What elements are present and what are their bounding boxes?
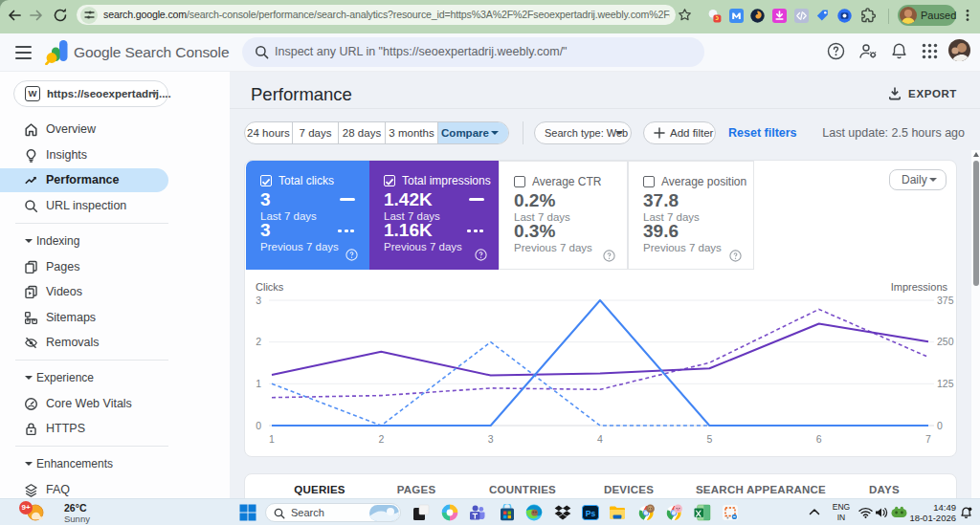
card-average-position[interactable]: Average position 37.8 Last 7 days 39.6 P… xyxy=(628,161,754,270)
compare-tab[interactable]: Compare xyxy=(438,122,508,143)
help-icon[interactable] xyxy=(729,250,742,262)
tab-pages[interactable]: PAGES xyxy=(397,484,436,495)
range-3-months[interactable]: 3 months xyxy=(386,122,438,143)
notifications-bell-icon[interactable] xyxy=(890,42,908,60)
reload-icon[interactable] xyxy=(52,7,69,24)
tab-queries[interactable]: QUERIES xyxy=(294,484,345,495)
add-filter-button[interactable]: Add filter xyxy=(643,121,716,144)
checkbox-checked-icon[interactable] xyxy=(260,175,272,186)
search-highlight-image[interactable] xyxy=(369,505,399,521)
sidebar-section-indexing[interactable]: Indexing xyxy=(0,230,168,252)
copilot-icon[interactable] xyxy=(441,504,458,521)
dropbox-icon[interactable] xyxy=(554,504,571,521)
chrome-profile1-icon[interactable] xyxy=(638,504,656,521)
sidebar-section-experience[interactable]: Experience xyxy=(0,367,168,388)
checkbox-unchecked-icon[interactable] xyxy=(643,176,655,187)
extension-lens-icon[interactable] xyxy=(837,9,852,23)
extensions-puzzle-icon[interactable] xyxy=(859,8,876,24)
granularity-select[interactable]: Daily xyxy=(889,169,947,190)
section-label: Experience xyxy=(36,367,94,388)
profile-chip[interactable]: Paused xyxy=(898,5,956,26)
page-scrollbar[interactable] xyxy=(971,150,980,498)
tab-search-appearance[interactable]: SEARCH APPEARANCE xyxy=(696,484,826,495)
language-indicator[interactable]: ENGIN xyxy=(829,502,854,523)
extension-code-icon[interactable] xyxy=(794,9,809,23)
menu-hamburger-icon[interactable] xyxy=(15,46,32,59)
last-update-text: Last update: 2.5 hours ago xyxy=(822,121,965,144)
back-icon[interactable] xyxy=(6,7,23,24)
sidebar-item-https[interactable]: HTTPS xyxy=(0,417,168,441)
range-7-days[interactable]: 7 days xyxy=(293,122,339,143)
photoshop-icon[interactable]: Ps xyxy=(582,504,599,521)
checkbox-checked-icon[interactable] xyxy=(384,175,395,186)
chevron-down-icon xyxy=(491,131,499,135)
core-web-vitals-gauge-icon xyxy=(24,397,38,411)
card-total-clicks[interactable]: Total clicks 3 Last 7 days 3 Previous 7 … xyxy=(246,161,369,270)
tray-chevron-icon[interactable] xyxy=(809,508,820,516)
sidebar-item-url-inspection[interactable]: URL inspection xyxy=(0,194,168,218)
tab-countries[interactable]: COUNTRIES xyxy=(489,484,556,495)
file-explorer-icon[interactable] xyxy=(609,504,626,521)
screen-capture-icon[interactable] xyxy=(722,504,739,521)
tab-devices[interactable]: DEVICES xyxy=(604,484,654,495)
sidebar-item-core-web-vitals[interactable]: Core Web Vitals xyxy=(0,392,168,416)
help-icon[interactable] xyxy=(475,249,487,261)
edge-icon[interactable] xyxy=(525,504,543,521)
sidebar-item-videos[interactable]: Videos xyxy=(0,280,168,304)
forward-icon[interactable] xyxy=(28,7,45,24)
extension-mail-icon[interactable] xyxy=(729,9,744,23)
microsoft-store-icon[interactable] xyxy=(499,504,516,521)
checkbox-unchecked-icon[interactable] xyxy=(514,176,525,187)
address-bar[interactable]: search.google.com/search-console/perform… xyxy=(77,5,676,25)
bookmark-star-icon[interactable] xyxy=(678,8,692,22)
time-text: 14:49 xyxy=(933,502,956,513)
tab-days[interactable]: DAYS xyxy=(869,484,900,495)
user-avatar[interactable] xyxy=(948,39,970,61)
extension-tag-icon[interactable] xyxy=(815,9,830,23)
chrome-profile2-icon[interactable] xyxy=(666,504,683,521)
scrollbar-up-arrow[interactable] xyxy=(973,152,979,157)
sidebar-section-enhancements[interactable]: Enhancements xyxy=(0,453,168,474)
browser-menu-icon[interactable] xyxy=(961,9,974,22)
metric-cards-row: Total clicks 3 Last 7 days 3 Previous 7 … xyxy=(245,161,958,270)
sidebar-item-insights[interactable]: Insights xyxy=(0,143,168,167)
help-icon[interactable] xyxy=(603,250,615,262)
help-icon[interactable] xyxy=(827,42,845,60)
extension-download-icon[interactable] xyxy=(772,9,787,23)
volume-icon[interactable] xyxy=(875,507,888,518)
help-icon[interactable] xyxy=(345,249,358,261)
solid-line-key-icon xyxy=(469,198,484,201)
card-average-ctr[interactable]: Average CTR 0.2% Last 7 days 0.3% Previo… xyxy=(499,161,628,270)
sidebar-item-sitemaps[interactable]: Sitemaps xyxy=(0,306,168,330)
sidebar-item-performance[interactable]: Performance xyxy=(0,168,168,192)
reset-filters-link[interactable]: Reset filters xyxy=(728,121,797,144)
taskbar-clock[interactable]: 14:4918-01-2026 xyxy=(904,502,956,524)
dark-app-icon[interactable] xyxy=(412,504,430,521)
sidebar-item-removals[interactable]: Removals xyxy=(0,331,168,355)
range-28-days[interactable]: 28 days xyxy=(339,122,386,143)
teams-icon[interactable] xyxy=(469,504,486,521)
windows-start-icon[interactable] xyxy=(239,504,256,521)
sidebar-item-faq[interactable]: FAQ xyxy=(0,478,168,499)
extension-lightbulb-icon[interactable] xyxy=(707,9,722,23)
tray-bell-icon[interactable] xyxy=(960,507,972,519)
card-total-impressions[interactable]: Total impressions 1.42K Last 7 days 1.16… xyxy=(369,161,499,270)
sidebar-item-overview[interactable]: Overview xyxy=(0,118,168,142)
card-value-previous: 39.6 xyxy=(643,221,679,242)
extension-swirl-icon[interactable] xyxy=(750,9,765,23)
account-settings-icon[interactable] xyxy=(858,42,879,60)
google-apps-grid-icon[interactable] xyxy=(922,43,938,59)
property-selector[interactable]: W https://seoexpertadrij.... xyxy=(13,80,168,107)
wifi-icon[interactable] xyxy=(858,507,873,518)
taskbar-search[interactable]: Search xyxy=(265,503,401,522)
site-settings-icon[interactable] xyxy=(80,7,98,24)
range-24-hours[interactable]: 24 hours xyxy=(245,122,293,143)
weather-widget[interactable]: 9+ 26°C Sunny xyxy=(19,500,153,525)
search-type-filter[interactable]: Search type: Web xyxy=(534,121,632,144)
https-lock-icon xyxy=(24,422,38,436)
sidebar-item-pages[interactable]: Pages xyxy=(0,255,168,279)
sidebar-item-label: Insights xyxy=(46,143,87,167)
excel-icon[interactable] xyxy=(694,504,711,521)
url-inspect-searchbox[interactable]: Inspect any URL in "https://seoexpertadr… xyxy=(242,37,704,67)
scrollbar-thumb[interactable] xyxy=(973,161,979,286)
